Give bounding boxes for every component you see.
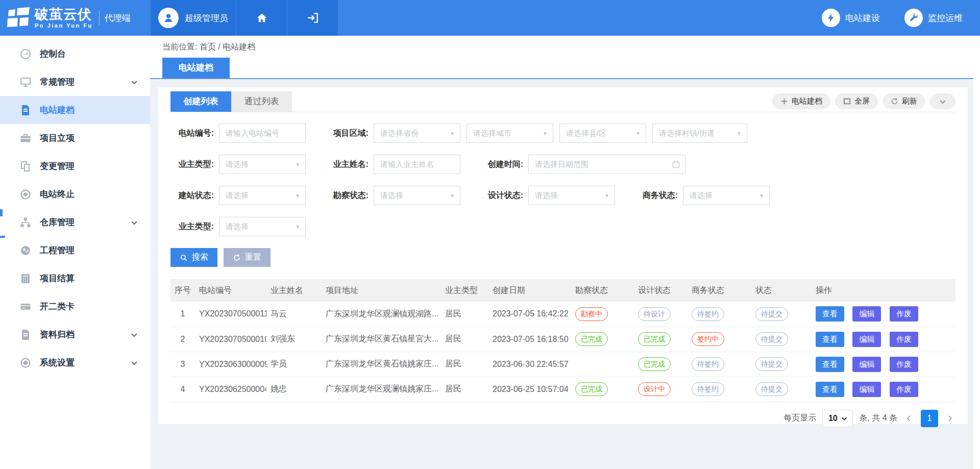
view-button[interactable]: 查看 bbox=[816, 357, 844, 372]
reset-icon bbox=[233, 254, 241, 262]
content-card: 创建列表 通过列表 电站建档 全屏 bbox=[158, 87, 968, 424]
scrollbar-track[interactable] bbox=[973, 36, 980, 469]
county-select[interactable]: 请选择县/区▼ bbox=[559, 124, 646, 143]
void-button[interactable]: 作废 bbox=[890, 306, 918, 322]
logout-button[interactable] bbox=[287, 0, 338, 36]
prev-page-button[interactable] bbox=[903, 414, 915, 423]
town-select[interactable]: 请选择村镇/街道▼ bbox=[652, 124, 747, 143]
next-page-button[interactable] bbox=[944, 414, 955, 423]
user-menu[interactable]: 超级管理员 bbox=[150, 0, 236, 36]
filter-design-status: 设计状态: 请选择▼ bbox=[480, 186, 634, 205]
nav-station-build[interactable]: 电站建设 bbox=[822, 9, 880, 27]
sidebar-item-console[interactable]: 控制台 bbox=[0, 40, 150, 68]
nav-station-build-label: 电站建设 bbox=[845, 12, 880, 24]
sidebar-item-station-termination[interactable]: 电站终止 bbox=[0, 180, 150, 208]
filter-build-status: 建站状态: 请选择▼ bbox=[170, 186, 325, 205]
home-button[interactable] bbox=[236, 0, 287, 36]
sidebar: 控制台 常规管理 电站建档 项目立项 变更管理 电站终止 仓库管理 bbox=[0, 36, 150, 469]
col-design: 设计状态 bbox=[634, 279, 688, 302]
filter-create-time: 创建时间: 请选择日期范围 bbox=[480, 155, 685, 174]
table-row: 4 YX2023062500004 姚忠 广东深圳龙华区观澜镇姚家庄... 居民… bbox=[170, 377, 955, 402]
create-station-button[interactable]: 电站建档 bbox=[772, 93, 830, 109]
status-badge: 待提交 bbox=[755, 307, 788, 321]
design-status-select[interactable]: 请选择▼ bbox=[528, 186, 615, 205]
sidebar-item-label: 工程管理 bbox=[40, 244, 75, 256]
filter-row-3: 建站状态: 请选择▼ 勘察状态: 请选择▼ 设计状态: 请选择▼ 商务状态: bbox=[170, 186, 955, 205]
tab-passed-list[interactable]: 通过列表 bbox=[231, 91, 292, 112]
calendar-icon bbox=[672, 160, 680, 169]
breadcrumb-path[interactable]: 首页 / 电站建档 bbox=[200, 42, 255, 51]
plus-icon bbox=[780, 97, 788, 105]
filter-survey-status: 勘察状态: 请选择▼ bbox=[325, 186, 480, 205]
sidebar-item-system-settings[interactable]: 系统设置 bbox=[0, 349, 150, 377]
edit-button[interactable]: 编辑 bbox=[852, 357, 881, 372]
caret-down-icon: ▼ bbox=[759, 193, 764, 199]
caret-down-icon: ▼ bbox=[737, 131, 742, 136]
city-select[interactable]: 请选择城市▼ bbox=[467, 124, 553, 143]
owner-type-select[interactable]: 请选择▼ bbox=[219, 155, 306, 174]
wrench-icon bbox=[904, 9, 923, 27]
chevron-down-icon bbox=[131, 359, 138, 366]
filter-business-status: 商务状态: 请选择▼ bbox=[634, 186, 770, 205]
col-actions: 操作 bbox=[812, 279, 955, 302]
business-status-select[interactable]: 请选择▼ bbox=[683, 186, 770, 205]
date-range-input[interactable]: 请选择日期范围 bbox=[528, 155, 685, 174]
sidebar-item-project-settlement[interactable]: 项目结算 bbox=[0, 264, 150, 292]
sidebar-item-station-filing[interactable]: 电站建档 bbox=[0, 96, 150, 124]
copy-icon bbox=[19, 160, 32, 172]
view-button[interactable]: 查看 bbox=[816, 306, 844, 322]
void-button[interactable]: 作废 bbox=[890, 357, 918, 372]
sidebar-item-engineering-mgmt[interactable]: 工程管理 bbox=[0, 236, 150, 264]
search-button[interactable]: 搜索 bbox=[170, 248, 217, 267]
caret-down-icon: ▼ bbox=[295, 224, 300, 230]
tab-create-list[interactable]: 创建列表 bbox=[170, 91, 231, 112]
table-row: 3 YX2023063000009 学员 广东深圳龙华区黄石镇姚家庄... 居民… bbox=[170, 352, 955, 377]
nav-monitor-ops[interactable]: 监控运维 bbox=[904, 9, 963, 27]
collapse-toolbar-button[interactable] bbox=[930, 93, 955, 109]
edit-button[interactable]: 编辑 bbox=[852, 332, 881, 347]
sidebar-item-file-archive[interactable]: 资料归档 bbox=[0, 320, 150, 349]
monitor-icon bbox=[19, 76, 32, 88]
owner-name-input[interactable]: 请输入业主姓名 bbox=[374, 155, 460, 174]
page-tab-station-filing[interactable]: 电站建档 bbox=[162, 58, 230, 78]
sidebar-item-project-initiation[interactable]: 项目立项 bbox=[0, 124, 150, 152]
fullscreen-button[interactable]: 全屏 bbox=[835, 93, 878, 109]
sidebar-item-warehouse-mgmt[interactable]: 仓库管理 bbox=[0, 208, 150, 236]
col-status: 状态 bbox=[751, 279, 812, 302]
page-number[interactable]: 1 bbox=[921, 410, 938, 427]
sidebar-item-label: 资料归档 bbox=[40, 329, 75, 340]
status-badge: 待提交 bbox=[755, 332, 788, 346]
void-button[interactable]: 作废 bbox=[890, 382, 918, 397]
owner-type-2-select[interactable]: 请选择▼ bbox=[219, 217, 306, 236]
calculator-icon bbox=[19, 273, 32, 285]
province-select[interactable]: 请选择省份▼ bbox=[374, 124, 460, 143]
status-badge: 待提交 bbox=[755, 382, 788, 396]
filter-owner-name: 业主姓名: 请输入业主姓名 bbox=[325, 155, 480, 174]
view-button[interactable]: 查看 bbox=[816, 382, 844, 397]
reset-button[interactable]: 重置 bbox=[224, 248, 271, 267]
app-subtitle: Po Jian Yun Fu bbox=[35, 22, 93, 29]
sidebar-item-general-mgmt[interactable]: 常规管理 bbox=[0, 68, 150, 96]
layout: 控制台 常规管理 电站建档 项目立项 变更管理 电站终止 仓库管理 bbox=[0, 36, 980, 469]
station-no-input[interactable]: 请输入电站编号 bbox=[219, 124, 306, 143]
sitemap-icon bbox=[19, 216, 32, 229]
logo-icon bbox=[7, 7, 31, 29]
view-button[interactable]: 查看 bbox=[816, 332, 844, 347]
survey-status-select[interactable]: 请选择▼ bbox=[374, 186, 460, 205]
logout-icon bbox=[306, 11, 320, 24]
status-badge: 待提交 bbox=[755, 357, 788, 371]
sidebar-item-change-mgmt[interactable]: 变更管理 bbox=[0, 152, 150, 180]
sidebar-item-label: 项目结算 bbox=[40, 273, 75, 284]
build-status-select[interactable]: 请选择▼ bbox=[219, 186, 306, 205]
content: 创建列表 通过列表 电站建档 全屏 bbox=[150, 79, 980, 469]
sidebar-item-class2-card[interactable]: 开二类卡 bbox=[0, 292, 150, 320]
table-header-row: 序号 电站编号 业主姓名 项目地址 业主类型 创建日期 勘察状态 设计状态 商务… bbox=[170, 279, 955, 302]
user-icon bbox=[162, 12, 175, 24]
per-page-select[interactable]: 10 bbox=[822, 410, 853, 427]
edit-button[interactable]: 编辑 bbox=[852, 382, 881, 397]
edit-button[interactable]: 编辑 bbox=[852, 306, 881, 322]
caret-down-icon: ▼ bbox=[295, 162, 300, 167]
card-top: 创建列表 通过列表 电站建档 全屏 bbox=[170, 91, 955, 112]
void-button[interactable]: 作废 bbox=[890, 332, 918, 347]
refresh-button[interactable]: 刷新 bbox=[883, 93, 925, 109]
